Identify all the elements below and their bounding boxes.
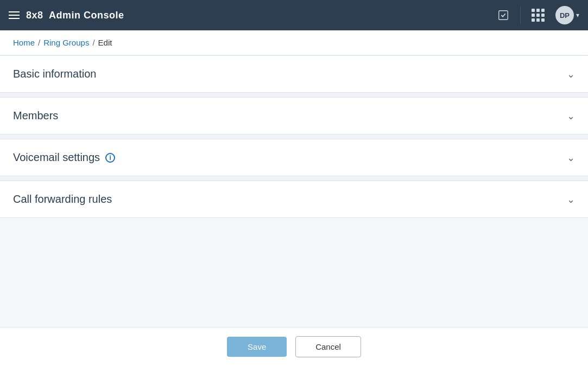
header-right: DP ▾ [497,6,579,24]
header-divider [520,7,521,24]
accordion-title-members: Members [13,110,58,122]
avatar-chevron-icon: ▾ [576,11,579,19]
svg-rect-0 [499,11,508,20]
main-content: Basic information ⌄ Members ⌄ Voicemail … [0,55,588,218]
accordion-title-voicemail-settings: Voicemail settings i [13,151,115,164]
breadcrumb-separator-2: / [92,38,94,47]
chevron-down-icon-call-forwarding: ⌄ [567,194,575,206]
breadcrumb: Home / Ring Groups / Edit [0,30,588,55]
info-icon-voicemail[interactable]: i [105,153,115,163]
user-avatar-dropdown[interactable]: DP ▾ [555,6,579,24]
form-footer: Save Cancel [0,327,588,366]
breadcrumb-separator-1: / [38,38,40,47]
cancel-button[interactable]: Cancel [295,336,361,357]
breadcrumb-current: Edit [98,38,112,47]
accordion-voicemail-settings: Voicemail settings i ⌄ [0,139,588,176]
chevron-down-icon-basic-information: ⌄ [567,68,575,80]
header-left: 8x8 Admin Console [9,10,124,21]
app-header: 8x8 Admin Console DP ▾ [0,0,588,30]
chevron-down-icon-voicemail: ⌄ [567,152,575,164]
accordion-call-forwarding-rules: Call forwarding rules ⌄ [0,181,588,218]
accordion-members: Members ⌄ [0,97,588,134]
hamburger-menu-icon[interactable] [9,11,20,19]
checkmark-icon[interactable] [497,9,509,21]
accordion-header-call-forwarding-rules[interactable]: Call forwarding rules ⌄ [0,181,588,217]
breadcrumb-ring-groups[interactable]: Ring Groups [43,38,89,47]
accordion-title-basic-information: Basic information [13,68,96,80]
accordion-header-members[interactable]: Members ⌄ [0,98,588,134]
grid-apps-icon[interactable] [532,9,545,22]
accordion-header-basic-information[interactable]: Basic information ⌄ [0,56,588,92]
accordion-title-call-forwarding-rules: Call forwarding rules [13,193,112,206]
app-logo: 8x8 Admin Console [26,10,124,21]
accordion-basic-information: Basic information ⌄ [0,55,588,93]
breadcrumb-home[interactable]: Home [13,38,35,47]
accordion-header-voicemail-settings[interactable]: Voicemail settings i ⌄ [0,139,588,176]
avatar: DP [555,6,574,24]
chevron-down-icon-members: ⌄ [567,110,575,122]
save-button[interactable]: Save [227,337,287,357]
